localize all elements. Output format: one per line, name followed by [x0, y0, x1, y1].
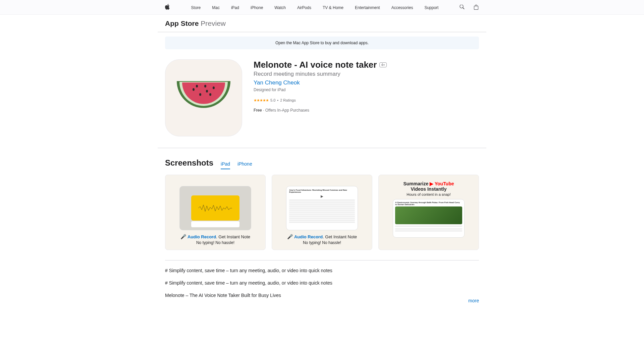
rating-separator: •: [277, 98, 278, 102]
apple-logo-icon[interactable]: [165, 0, 170, 15]
tab-ipad[interactable]: iPad: [221, 161, 230, 169]
app-subtitle: Record meeting minutes summary: [254, 71, 479, 77]
svg-point-6: [209, 93, 211, 96]
shot3-doc-title: A Gastronomic Journey through Balik Pula…: [395, 201, 462, 205]
nav-airpods[interactable]: AirPods: [297, 5, 311, 10]
developer-link[interactable]: Yan Cheng Cheok: [254, 79, 479, 86]
svg-point-3: [213, 86, 215, 89]
screenshot-1[interactable]: 🎤 Audio Record. Get Instant Note No typi…: [165, 175, 266, 250]
mic-icon: 🎤: [180, 234, 187, 239]
global-nav: Store Mac iPad iPhone Watch AirPods TV &…: [0, 0, 644, 15]
shot1-suffix: . Get Instant Note: [216, 234, 250, 239]
nav-watch[interactable]: Watch: [274, 5, 286, 10]
localnav-sub: Preview: [201, 19, 226, 27]
shot1-line2: No typing! No hassle!: [180, 240, 250, 246]
shot3-top2: Videos Instantly: [403, 186, 454, 192]
product-header: Melonote - AI voice note taker 4+ Record…: [158, 49, 486, 148]
device-tabs: iPad iPhone: [221, 161, 252, 169]
shot3-top1a: Summarize: [403, 181, 430, 186]
screenshots-section: Screenshots iPad iPhone 🎤 Audio Record.: [158, 148, 486, 260]
nav-tvhome[interactable]: TV & Home: [323, 5, 343, 10]
iap-separator: ·: [263, 108, 265, 113]
desc-p2: # Simplify content, save time – turn any…: [165, 280, 479, 287]
description: # Simplify content, save time – turn any…: [158, 260, 486, 311]
open-mac-app-store-banner: Open the Mac App Store to buy and downlo…: [165, 37, 479, 49]
shot2-doc-title: Amy's Food Adventure: Revisiting Missed …: [289, 189, 355, 193]
rating-value: 5.0: [270, 98, 275, 102]
nav-mac[interactable]: Mac: [212, 5, 220, 10]
youtube-icon: ▶ YouTube: [430, 181, 454, 186]
screenshots-title: Screenshots: [165, 158, 213, 168]
app-icon: [165, 59, 242, 136]
localnav-title[interactable]: App Store: [165, 19, 199, 27]
bag-icon[interactable]: [474, 0, 479, 15]
localnav: App Store Preview: [158, 15, 486, 32]
shot2-blue: Audio Record: [294, 234, 323, 239]
shot2-line2: No typing! No hassle!: [287, 240, 357, 246]
video-thumbnail: [395, 206, 462, 224]
svg-point-4: [204, 85, 206, 87]
nav-accessories[interactable]: Accessories: [391, 5, 413, 10]
play-icon: ▶: [289, 194, 355, 198]
more-button[interactable]: more: [462, 297, 479, 304]
rating-count: 2 Ratings: [280, 98, 296, 102]
watermelon-icon: [173, 74, 234, 121]
iap-note: Offers In-App Purchases: [265, 108, 309, 113]
nav-store[interactable]: Store: [191, 5, 201, 10]
designed-for: Designed for iPad: [254, 87, 479, 92]
shot2-suffix: . Get Instant Note: [323, 234, 357, 239]
svg-point-0: [193, 88, 195, 91]
svg-point-2: [206, 90, 208, 93]
app-title: Melonote - AI voice note taker: [254, 60, 377, 70]
shot3-top3: Hours of content in a snap!: [403, 192, 454, 196]
svg-point-5: [196, 85, 198, 87]
desc-p3: Melonote – The AI Voice Note Taker Built…: [165, 292, 479, 299]
nav-ipad[interactable]: iPad: [231, 5, 239, 10]
screenshot-2[interactable]: Amy's Food Adventure: Revisiting Missed …: [272, 175, 372, 250]
nav-iphone[interactable]: iPhone: [251, 5, 263, 10]
shot1-blue: Audio Record: [187, 234, 216, 239]
price: Free: [254, 108, 262, 113]
desc-p1: # Simplify content, save time – turn any…: [165, 267, 479, 274]
nav-support[interactable]: Support: [424, 5, 438, 10]
svg-point-1: [199, 93, 201, 96]
price-row: Free · Offers In-App Purchases: [254, 108, 479, 113]
waveform-card: [191, 195, 239, 221]
nav-links: Store Mac iPad iPhone Watch AirPods TV &…: [191, 4, 439, 10]
screenshot-3[interactable]: Summarize ▶ YouTube Videos Instantly Hou…: [378, 175, 479, 250]
age-badge: 4+: [379, 62, 386, 67]
rating-row: ★★★★★ 5.0 • 2 Ratings: [254, 98, 479, 103]
search-icon[interactable]: [460, 0, 465, 15]
tab-iphone[interactable]: iPhone: [237, 161, 252, 169]
stars-icon: ★★★★★: [254, 98, 269, 103]
mic-icon: 🎤: [287, 234, 294, 239]
waveform-icon: [196, 203, 234, 213]
nav-entertainment[interactable]: Entertainment: [355, 5, 380, 10]
